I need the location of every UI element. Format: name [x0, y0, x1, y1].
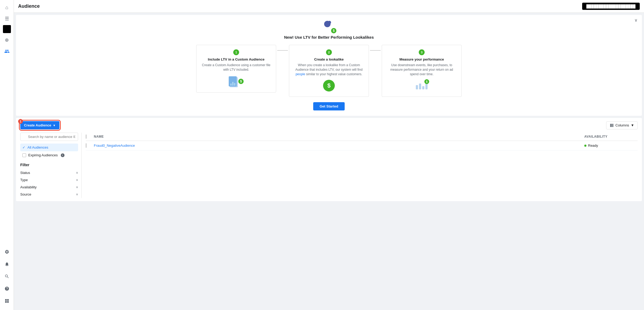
checkmark-icon: ✓ [22, 145, 25, 149]
columns-button[interactable]: Columns ▼ [606, 121, 638, 129]
expiring-audiences-filter[interactable]: Expiring Audiences i [20, 151, 78, 159]
promo-steps: 1 Include LTV in a Custom Audience Creat… [21, 45, 637, 97]
dropdown-arrow-icon: ▼ [53, 124, 56, 127]
expiring-audiences-label: Expiring Audiences [28, 153, 58, 157]
ready-status-dot [584, 145, 586, 147]
header-availability-col: Availability [584, 135, 638, 138]
step-1-title: Include LTV in a Custom Audience [201, 57, 272, 61]
get-started-button[interactable]: Get Started [313, 102, 345, 110]
status-ready: Ready [584, 144, 638, 148]
header-name-col: Name [94, 135, 584, 138]
search-bottom-icon[interactable] [2, 272, 12, 281]
step-3-image: $ [386, 79, 457, 92]
svg-point-1 [328, 21, 331, 24]
help-icon[interactable] [2, 284, 12, 293]
step-1-number: 1 [233, 49, 239, 55]
step-connector-1 [277, 50, 288, 51]
collapse-icon[interactable]: ∨ [634, 18, 638, 23]
columns-dropdown-icon: ▼ [631, 123, 634, 127]
promo-banner: ∨ $ New! Use LTV for Better Performing L… [16, 15, 642, 116]
row-availability-col: Ready [584, 144, 638, 148]
page-title: Audience [18, 3, 40, 9]
step-3-desc: Use downstream events, like purchases, t… [386, 63, 457, 76]
step-2-desc: When you create a lookalike from a Custo… [293, 63, 364, 76]
row-check-col [86, 144, 94, 148]
all-audiences-label: All Audiences [27, 145, 48, 149]
settings-icon[interactable] [2, 247, 12, 257]
all-audiences-filter[interactable]: ✓ All Audiences [20, 144, 78, 151]
name-col-label: Name [94, 135, 104, 138]
search-input[interactable] [20, 133, 78, 141]
grid-icon[interactable] [2, 296, 12, 306]
step-connector-2 [370, 50, 381, 51]
step-2-number: 2 [326, 49, 332, 55]
search-wrapper: 🔍 [20, 133, 78, 141]
home-icon[interactable]: ⌂ [2, 3, 12, 12]
filter-sidebar: 🔍 ✓ All Audiences Expiring Audiences i [20, 133, 82, 198]
promo-header: $ New! Use LTV for Better Performing Loo… [21, 20, 637, 39]
source-chevron-icon: ∨ [76, 193, 78, 196]
promo-step-2: 2 Create a lookalike When you create a l… [289, 45, 369, 97]
promo-title: New! Use LTV for Better Performing Looka… [21, 35, 637, 39]
table-row: Fraud0_NegativeAudience Ready [86, 141, 638, 150]
header-check-col [86, 135, 94, 138]
filter-source[interactable]: Source ∨ [20, 191, 78, 198]
row-name-col: Fraud0_NegativeAudience [94, 144, 584, 148]
people-group-icon[interactable] [2, 46, 12, 56]
create-audience-label: Create Audience [24, 123, 51, 127]
bell-icon[interactable] [2, 259, 12, 269]
filter-section: Filter Status ∨ Type ∨ Availability ∨ [20, 163, 78, 198]
filter-type[interactable]: Type ∨ [20, 176, 78, 184]
table-header: Name Availability [86, 133, 638, 141]
promo-step-3: 3 Measure your performance Use downstrea… [382, 45, 462, 97]
filter-status-label: Status [20, 171, 30, 175]
availability-col-label: Availability [584, 135, 607, 138]
filter-availability[interactable]: Availability ∨ [20, 184, 78, 191]
main-content: Audience ████████████████████ ∨ $ New! U… [14, 0, 644, 310]
audience-name-link[interactable]: Fraud0_NegativeAudience [94, 144, 135, 148]
promo-step-1: 1 Include LTV in a Custom Audience Creat… [196, 45, 276, 93]
menu-icon[interactable]: ☰ [2, 14, 12, 23]
expiring-info-icon[interactable]: i [61, 153, 65, 157]
header-right-button[interactable]: ████████████████████ [582, 3, 640, 10]
filter-type-label: Type [20, 178, 28, 182]
step-3-title: Measure your performance [386, 57, 457, 61]
row-checkbox[interactable] [86, 143, 86, 148]
audience-layout: 🔍 ✓ All Audiences Expiring Audiences i [20, 133, 638, 198]
black-box-icon [3, 25, 11, 33]
page-header: Audience ████████████████████ [14, 0, 644, 13]
step-2-image: $ [293, 79, 364, 92]
step-2-title: Create a lookalike [293, 57, 364, 61]
audience-section: 1 Create Audience ▼ Columns ▼ [16, 118, 642, 201]
columns-label: Columns [615, 123, 629, 127]
filter-source-label: Source [20, 192, 31, 196]
plus-circle-icon[interactable]: ⊕ [2, 35, 12, 45]
filter-status[interactable]: Status ∨ [20, 169, 78, 176]
page-content: ∨ $ New! Use LTV for Better Performing L… [14, 13, 644, 310]
availability-chevron-icon: ∨ [76, 185, 78, 189]
filter-title: Filter [20, 163, 78, 167]
table-area: Name Availability Fraud0_NegativeAudienc… [82, 133, 638, 198]
status-chevron-icon: ∨ [76, 171, 78, 174]
step-3-number: 3 [419, 49, 425, 55]
step-1-desc: Create a Custom Audience using a custome… [201, 63, 272, 72]
filter-availability-label: Availability [20, 185, 37, 189]
step-1-image: $ [201, 75, 272, 88]
sidebar: ⌂ ☰ ⊕ [0, 0, 14, 310]
create-audience-button[interactable]: Create Audience ▼ [20, 121, 59, 129]
expiring-checkbox[interactable] [22, 153, 26, 157]
sidebar-bottom [2, 247, 12, 307]
header-checkbox[interactable] [86, 134, 86, 139]
type-chevron-icon: ∨ [76, 178, 78, 182]
toolbar: 1 Create Audience ▼ Columns ▼ [20, 121, 638, 129]
ready-status-label: Ready [588, 144, 598, 148]
